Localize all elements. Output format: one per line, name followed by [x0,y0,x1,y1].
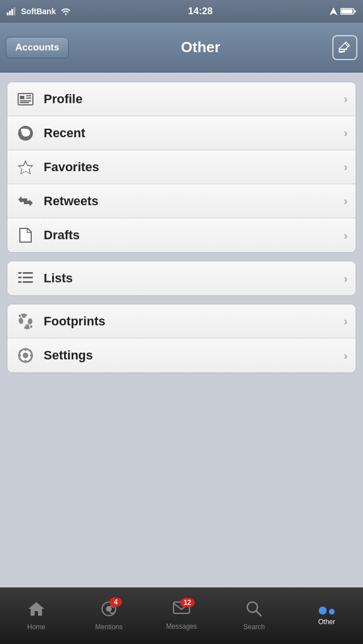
svg-rect-1 [9,11,11,15]
lists-chevron: › [344,272,348,285]
signal-icon [7,7,18,15]
svg-point-35 [27,317,33,324]
svg-rect-27 [23,281,33,283]
recent-label: Recent [44,126,344,141]
footprints-label: Footprints [44,314,344,329]
tab-search-label: Search [243,623,265,631]
svg-rect-44 [25,360,27,363]
mentions-badge: 4 [109,598,122,607]
svg-point-36 [30,325,32,328]
profile-chevron: › [344,92,348,105]
svg-rect-2 [11,9,13,15]
profile-menu-item[interactable]: Profile › [7,82,356,116]
accounts-back-button[interactable]: Accounts [6,37,69,58]
tab-mentions-label: Mentions [95,623,123,631]
content-area: Profile › Recent › [0,73,363,382]
status-bar: SoftBank 14:28 [0,0,363,23]
retweets-icon [15,191,36,211]
status-right [330,7,356,15]
svg-marker-4 [330,7,337,15]
svg-rect-26 [18,281,22,283]
tab-home-label: Home [27,623,45,631]
tab-messages-label: Messages [166,622,197,630]
svg-rect-24 [18,277,22,278]
svg-rect-25 [23,277,33,278]
retweets-menu-item[interactable]: Retweets › [7,184,356,218]
lists-label: Lists [44,271,344,286]
nav-title: Other [181,39,220,56]
settings-menu-item[interactable]: Settings › [7,338,356,372]
svg-rect-43 [25,348,27,351]
mentions-icon: 4 [100,601,117,621]
svg-point-53 [106,606,112,612]
search-icon [246,601,262,621]
svg-point-33 [26,314,27,316]
svg-point-31 [22,313,23,316]
settings-label: Settings [44,348,344,363]
profile-label: Profile [44,92,344,107]
favorites-label: Favorites [44,160,344,175]
svg-point-39 [24,327,26,329]
favorites-icon [15,157,36,177]
other-icon [319,607,335,615]
lists-icon [15,268,36,289]
home-icon [28,601,45,621]
settings-chevron: › [344,349,348,362]
svg-point-30 [19,314,21,317]
profile-icon [15,89,36,109]
menu-group-3: Footprints › Settin [7,304,356,373]
svg-point-29 [18,317,24,324]
svg-point-42 [23,353,28,358]
wifi-icon [61,7,71,15]
tab-other-label: Other [318,618,335,626]
svg-rect-45 [18,355,21,357]
drafts-chevron: › [344,229,348,242]
svg-rect-0 [7,12,9,15]
svg-marker-51 [28,602,44,616]
tab-messages[interactable]: 12 Messages [145,588,218,644]
svg-rect-46 [30,355,33,357]
carrier-label: SoftBank [21,7,56,16]
menu-group-1: Profile › Recent › [7,82,356,253]
svg-rect-12 [20,96,24,99]
svg-rect-6 [354,10,356,12]
favorites-menu-item[interactable]: Favorites › [7,150,356,184]
status-time: 14:28 [188,6,212,17]
recent-chevron: › [344,126,348,139]
recent-icon [15,123,36,143]
svg-rect-22 [18,272,22,274]
location-icon [330,7,337,15]
tab-bar: Home 4 Mentions 12 Messages [0,587,363,644]
footprints-menu-item[interactable]: Footprints › [7,304,356,338]
settings-icon [15,345,36,366]
svg-rect-23 [23,272,33,274]
footprints-icon [15,311,36,332]
messages-badge: 12 [180,598,195,607]
tab-search[interactable]: Search [218,588,290,644]
svg-rect-3 [14,7,15,15]
drafts-icon [15,225,36,245]
tab-mentions[interactable]: 4 Mentions [73,588,145,644]
retweets-label: Retweets [44,194,344,209]
nav-bar: Accounts Other [0,23,363,73]
svg-line-56 [256,611,261,616]
footprints-chevron: › [344,315,348,328]
edit-button[interactable] [332,35,357,60]
recent-menu-item[interactable]: Recent › [7,116,356,150]
svg-rect-7 [341,10,353,14]
compose-icon [338,41,352,54]
drafts-menu-item[interactable]: Drafts › [7,218,356,252]
battery-icon [340,7,356,15]
favorites-chevron: › [344,160,348,173]
svg-point-37 [28,327,30,329]
drafts-label: Drafts [44,228,344,243]
menu-group-2: Lists › [7,261,356,296]
status-left: SoftBank [7,7,71,16]
messages-icon: 12 [173,601,190,620]
tab-other[interactable]: Other [290,588,363,644]
retweets-chevron: › [344,194,348,207]
lists-menu-item[interactable]: Lists › [7,261,356,295]
tab-home[interactable]: Home [0,588,73,644]
